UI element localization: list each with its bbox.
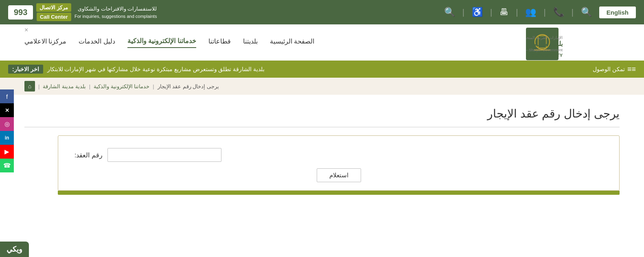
news-text: بلدية الشارقة تطلق وتستعرض مشاريع مبتكرة… <box>47 66 265 72</box>
screen-icon[interactable]: 🖶 <box>499 7 508 17</box>
svg-text:الإمارات العربية المتحدة - حكو: الإمارات العربية المتحدة - حكومة الشارقة <box>526 35 563 40</box>
submit-button[interactable]: استعلام <box>317 168 361 182</box>
phone-icon[interactable]: 📞 <box>553 7 564 17</box>
news-label: اخر الاخبار: <box>8 65 43 74</box>
call-center-label-ar: مركز الاتصال <box>36 3 71 12</box>
svg-text:United Arab Emirates — Sharjah: United Arab Emirates — Sharjah Governmen… <box>526 48 563 52</box>
nav-item-directory[interactable]: دليل الخدمات <box>79 37 115 48</box>
search-icon[interactable]: 🔍 <box>581 7 592 17</box>
top-bar-icons: 🔍 | 📞 | 👥 | 🖶 | ♿ | 🔍 <box>444 7 592 17</box>
call-center-en-label: For inquiries, suggestions and complaint… <box>74 13 157 20</box>
contract-number-label: رقم العقد: <box>74 151 103 159</box>
call-center-ar-label: للاستفسارات والاقتراحات والشكاوى <box>74 5 157 13</box>
whatsapp-button[interactable]: ☎ <box>0 159 14 172</box>
news-ticker: ≡≡ تمكن الوصول بلدية الشارقة تطلق وتستعر… <box>0 61 644 78</box>
header-area: × الإمارات العربية المتحدة - حكومة الشار… <box>0 24 644 61</box>
nav-item-eservices[interactable]: خدماتنا الإلكترونية والذكية <box>127 37 196 48</box>
instagram-button[interactable]: ◎ <box>0 117 14 131</box>
youtube-button[interactable]: ▶ <box>0 145 14 159</box>
logo-area: الإمارات العربية المتحدة - حكومة الشارقة… <box>526 28 620 60</box>
main-content: يرجى إدخال رقم عقد الإيجار رقم العقد: اس… <box>0 95 644 203</box>
accessibility-icon[interactable]: ♿ <box>472 7 483 17</box>
top-bar: English 🔍 | 📞 | 👥 | 🖶 | ♿ | 🔍 للاستفسارا… <box>0 0 644 24</box>
nav-item-municipality[interactable]: بلديتنا <box>243 37 258 48</box>
accessibility-toggle[interactable]: ≡≡ تمكن الوصول <box>593 65 636 74</box>
nav-item-home[interactable]: الصفحة الرئيسية <box>270 37 314 48</box>
page-title: يرجى إدخال رقم عقد الإيجار <box>24 107 620 120</box>
title-divider <box>24 127 620 127</box>
call-center-box: للاستفسارات والاقتراحات والشكاوى For inq… <box>8 3 157 21</box>
breadcrumb-bar: يرجى إدخال رقم عقد الإيجار | خدماتنا الإ… <box>0 78 644 95</box>
call-center-text: للاستفسارات والاقتراحات والشكاوى For inq… <box>74 5 157 20</box>
svg-text:SHARJAH CITY MUNICIPALITY: SHARJAH CITY MUNICIPALITY <box>526 53 563 58</box>
accessibility-toggle-icon: ≡≡ <box>627 65 636 74</box>
main-nav: الصفحة الرئيسية بلديتنا قطاعاتنا خدماتنا… <box>24 37 314 51</box>
call-center-number: 993 <box>8 5 33 20</box>
news-ticker-right: بلدية الشارقة تطلق وتستعرض مشاريع مبتكرة… <box>8 65 265 74</box>
close-banner-button[interactable]: × <box>24 26 28 34</box>
org-chart-icon[interactable]: 👥 <box>525 7 536 17</box>
social-sidebar: f ✕ ◎ in ▶ ☎ <box>0 89 14 172</box>
facebook-button[interactable]: f <box>0 89 14 103</box>
breadcrumb-home-icon[interactable]: ⌂ <box>24 81 35 91</box>
form-bottom-bar <box>58 191 620 195</box>
accessibility-toggle-label: تمكن الوصول <box>593 66 625 72</box>
english-button[interactable]: English <box>599 7 636 18</box>
nav-item-sectors[interactable]: قطاعاتنا <box>208 37 231 48</box>
twitter-button[interactable]: ✕ <box>0 103 14 117</box>
top-bar-left: English 🔍 | 📞 | 👥 | 🖶 | ♿ | 🔍 <box>444 7 636 18</box>
job-search-icon[interactable]: 🔍 <box>444 7 455 17</box>
breadcrumb-municipality-link[interactable]: بلدية مدينة الشارقة <box>43 83 85 89</box>
linkedin-button[interactable]: in <box>0 131 14 145</box>
form-submit-row: استعلام <box>74 168 603 182</box>
call-center-label-en: Call Center <box>37 13 71 21</box>
breadcrumb-current: يرجى إدخال رقم عقد الإيجار <box>158 83 219 89</box>
form-row: رقم العقد: <box>74 148 603 162</box>
form-box: رقم العقد: استعلام <box>58 135 620 191</box>
svg-text:بلدية مدينة الشارقة: بلدية مدينة الشارقة <box>526 40 563 48</box>
logo-svg: الإمارات العربية المتحدة - حكومة الشارقة… <box>526 28 620 60</box>
contract-number-input[interactable] <box>107 148 221 162</box>
nav-item-media[interactable]: مركزنا الاعلامي <box>24 37 66 48</box>
breadcrumb-eservices-link[interactable]: خدماتنا الإلكترونية والذكية <box>94 83 149 89</box>
